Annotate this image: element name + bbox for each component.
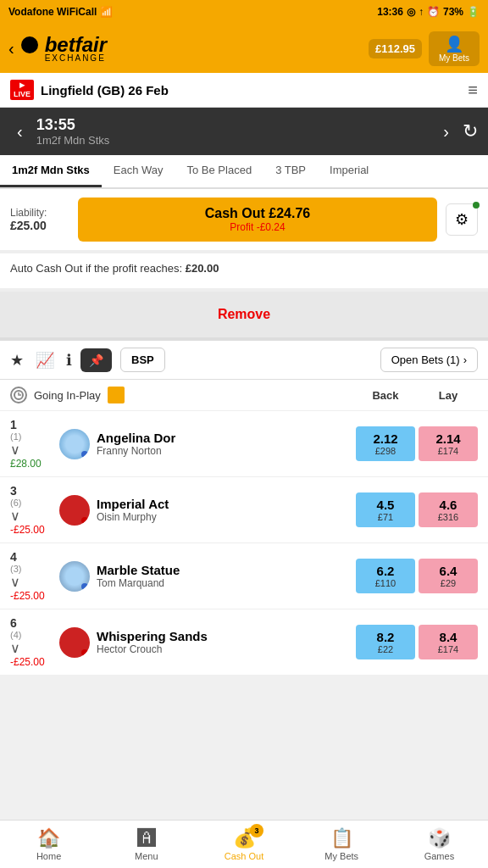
back-value-3: 8.2 [359,630,412,644]
lay-value-1: 4.6 [422,498,474,512]
menu-icon[interactable]: ≡ [468,81,478,100]
back-odds-2[interactable]: 6.2 £110 [356,559,415,593]
header-right: £112.95 👤 My Bets [369,31,480,66]
wifi-icon: 📶 [100,6,113,18]
horse-chevron-0[interactable]: ∨ [10,442,20,458]
lay-odds-1[interactable]: 4.6 £316 [419,492,478,527]
horse-row-3: 6 (4) ∨ -£25.00 Whispering Sands Hector … [0,609,488,675]
cashout-amount: Cash Out £24.76 [86,206,429,221]
carrier-text: Vodafone WiFiCall [8,6,97,18]
tabs-container: 1m2f Mdn StksEach WayTo Be Placed3 TBPIm… [0,155,488,189]
horse-silk-3 [59,627,90,658]
horse-row-2: 4 (3) ∨ -£25.00 Marble Statue Tom Marqua… [0,542,488,609]
open-bets-arrow: › [463,353,467,366]
alarm-icon: ⏰ [427,6,440,18]
live-badge: ▶ LIVE [10,80,34,100]
liability-label: Liability: [10,207,69,219]
horse-draw-0: (1) [10,431,21,442]
pin-button[interactable]: 📌 [80,348,112,372]
horse-left-2: 4 (3) ∨ -£25.00 [10,550,53,602]
horse-draw-3: (4) [10,630,21,640]
back-amount-2: £110 [359,578,412,588]
cashout-button[interactable]: Cash Out £24.76 Profit -£0.24 [78,198,437,242]
back-lay-labels: Back Lay [356,389,478,402]
race-selector: ▶ LIVE Lingfield (GB) 26 Feb ≡ [0,73,488,108]
battery-text: 73% [443,6,463,18]
my-bets-label: My Bets [435,53,473,63]
open-bets-button[interactable]: Open Bets (1) › [380,348,478,372]
horse-num-1: 3 [10,484,17,498]
pin-icon: 📌 [89,353,103,367]
going-in-play-text: Going In-Play [34,389,101,402]
horse-name-1: Imperial Act [97,497,349,511]
back-odds-3[interactable]: 8.2 £22 [356,625,415,659]
tab-imperial[interactable]: Imperial [318,155,380,187]
balance-amount: £112.95 [375,42,415,55]
my-bets-button[interactable]: 👤 My Bets [429,31,480,66]
cashout-settings-button[interactable]: ⚙ [446,203,478,236]
status-bar: Vodafone WiFiCall 📶 13:36 ◎ ↑ ⏰ 73% 🔋 [0,0,488,24]
horse-left-3: 6 (4) ∨ -£25.00 [10,616,53,668]
jockey-name-2: Tom Marquand [97,577,349,589]
back-button[interactable]: ‹ [8,39,14,58]
status-right: 13:36 ◎ ↑ ⏰ 73% 🔋 [377,6,480,18]
cashout-section: Liability: £25.00 Cash Out £24.76 Profit… [0,189,488,253]
back-value-1: 4.5 [359,498,412,512]
horse-draw-2: (3) [10,564,21,574]
odds-buttons-0: 2.12 £298 2.14 £174 [356,426,478,461]
logo-container: betfair EXCHANGE [21,35,107,63]
horse-silk-0 [59,429,90,459]
horse-draw-1: (6) [10,498,21,508]
horse-info-0: Angelina Dor Franny Norton [97,431,349,457]
horse-num-2: 4 [10,550,17,564]
horse-chevron-3[interactable]: ∨ [10,640,20,656]
jockey-name-1: Oisin Murphy [97,511,349,523]
balance-button[interactable]: £112.95 [369,39,422,58]
refresh-button[interactable]: ↻ [463,120,478,142]
horse-info-3: Whispering Sands Hector Crouch [97,629,349,655]
horse-info-1: Imperial Act Oisin Murphy [97,497,349,523]
lay-odds-0[interactable]: 2.14 £174 [419,426,478,461]
lay-odds-2[interactable]: 6.4 £29 [419,559,478,593]
back-odds-0[interactable]: 2.12 £298 [356,426,415,461]
lay-col-label: Lay [419,389,478,402]
silk-dot-0 [81,451,88,458]
bsp-button[interactable]: BSP [120,348,165,372]
horse-num-3: 6 [10,616,17,630]
lay-amount-3: £174 [422,644,474,654]
horse-left-0: 1 (1) ∨ £28.00 [10,418,53,470]
tab-to-be-placed[interactable]: To Be Placed [175,155,264,187]
horse-chevron-1[interactable]: ∨ [10,508,20,524]
prev-race-button[interactable]: ‹ [10,122,30,142]
lay-amount-2: £29 [422,578,474,588]
liability-amount: £25.00 [10,219,69,232]
horse-pl-0: £28.00 [10,458,42,470]
tab-1m2f-mdn-stks[interactable]: 1m2f Mdn Stks [0,155,102,187]
battery-icon: 🔋 [467,6,480,18]
next-race-button[interactable]: › [436,122,456,142]
auto-cashout-amount: £20.00 [186,262,219,275]
location-icon: ◎ [407,6,415,18]
header-left: ‹ betfair EXCHANGE [8,35,107,63]
odds-buttons-2: 6.2 £110 6.4 £29 [356,559,478,593]
back-value-0: 2.12 [359,431,412,446]
horse-pl-2: -£25.00 [10,590,45,602]
info-icon[interactable]: ℹ [66,351,72,370]
horse-name-3: Whispering Sands [97,629,349,643]
lay-odds-3[interactable]: 8.4 £174 [419,625,478,659]
back-odds-1[interactable]: 4.5 £71 [356,492,415,527]
star-icon[interactable]: ★ [10,351,24,370]
header: ‹ betfair EXCHANGE £112.95 👤 My Bets [0,24,488,73]
remove-button[interactable]: Remove [10,302,478,327]
tab-3-tbp[interactable]: 3 TBP [263,155,318,187]
lay-amount-0: £174 [422,446,474,456]
chart-icon[interactable]: 📈 [36,351,54,370]
horse-chevron-2[interactable]: ∨ [10,574,20,590]
horse-silk-2 [59,561,90,592]
action-icons: ★ 📈 ℹ [10,351,72,370]
back-value-2: 6.2 [359,564,412,578]
horse-left-1: 3 (6) ∨ -£25.00 [10,484,53,536]
logo: betfair [21,35,107,55]
lay-value-0: 2.14 [422,431,474,446]
tab-each-way[interactable]: Each Way [102,155,175,187]
